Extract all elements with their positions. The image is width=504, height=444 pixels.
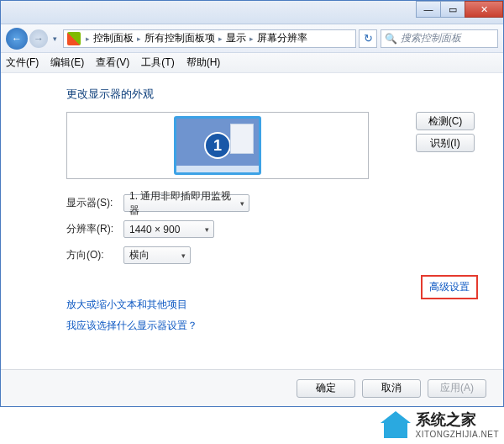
- resolution-label: 分辨率(R):: [66, 222, 123, 236]
- search-placeholder-text: 搜索控制面板: [401, 31, 461, 45]
- back-button[interactable]: ←: [6, 28, 28, 50]
- orientation-label: 方向(O):: [66, 248, 123, 262]
- caret-down-icon: ▾: [240, 199, 244, 208]
- breadcrumb-arrow-icon: ▸: [137, 34, 141, 43]
- refresh-icon: ↻: [364, 32, 373, 45]
- breadcrumb-segment[interactable]: 控制面板: [93, 31, 134, 45]
- display-preview-box[interactable]: 1: [66, 112, 369, 179]
- detect-button[interactable]: 检测(C): [416, 112, 475, 130]
- breadcrumb-segment[interactable]: 所有控制面板项: [144, 31, 215, 45]
- nav-toolbar: ← → ▾ ▸ 控制面板 ▸ 所有控制面板项 ▸ 显示 ▸ 屏幕分辨率 ↻ 🔍 …: [1, 24, 503, 53]
- breadcrumb-segment[interactable]: 屏幕分辨率: [257, 31, 307, 45]
- watermark-url: XITONGZHIJIA.NET: [416, 430, 500, 439]
- menu-help[interactable]: 帮助(H): [186, 56, 221, 70]
- control-panel-icon: [67, 32, 81, 45]
- display-select[interactable]: 1. 通用非即插即用监视器 ▾: [123, 194, 249, 212]
- apply-button[interactable]: 应用(A): [428, 379, 486, 398]
- breadcrumb-arrow-icon: ▸: [218, 34, 223, 43]
- close-button[interactable]: ✕: [465, 1, 503, 18]
- forward-button[interactable]: →: [29, 29, 48, 48]
- minimize-button[interactable]: —: [416, 1, 441, 18]
- display-row: 显示器(S): 1. 通用非即插即用监视器 ▾: [66, 194, 483, 212]
- caret-down-icon: ▾: [181, 251, 186, 260]
- advanced-settings-link[interactable]: 高级设置: [421, 275, 478, 299]
- footer-links: 放大或缩小文本和其他项目 我应该选择什么显示器设置？: [66, 298, 483, 333]
- monitor-number-badge: 1: [204, 132, 231, 159]
- preview-buttons: 检测(C) 识别(I): [416, 112, 475, 152]
- resolution-row: 分辨率(R): 1440 × 900 ▾: [66, 220, 483, 238]
- cancel-button[interactable]: 取消: [362, 379, 421, 398]
- control-panel-window: — ▭ ✕ ← → ▾ ▸ 控制面板 ▸ 所有控制面板项 ▸ 显示 ▸ 屏幕分辨…: [0, 0, 504, 407]
- display-select-value: 1. 通用非即插即用监视器: [129, 189, 234, 218]
- monitor-window-icon: [230, 124, 254, 154]
- ok-button[interactable]: 确定: [297, 379, 355, 398]
- display-help-link[interactable]: 我应该选择什么显示器设置？: [66, 319, 483, 333]
- monitor-taskbar-icon: [176, 166, 259, 172]
- display-preview-row: 1 检测(C) 识别(I): [66, 112, 475, 179]
- monitor-icon[interactable]: 1: [174, 116, 261, 175]
- content-area: 更改显示器的外观 1 检测(C) 识别(I) 显示器(S): 1. 通用非即插即…: [1, 73, 503, 369]
- search-input[interactable]: 🔍 搜索控制面板: [381, 29, 498, 48]
- menu-view[interactable]: 查看(V): [96, 56, 129, 70]
- watermark-name: 系统之家: [416, 410, 500, 430]
- maximize-button[interactable]: ▭: [440, 1, 465, 18]
- resolution-select-value: 1440 × 900: [129, 224, 180, 235]
- menu-tools[interactable]: 工具(T): [141, 56, 174, 70]
- page-title: 更改显示器的外观: [66, 87, 483, 102]
- menu-edit[interactable]: 编辑(E): [50, 56, 84, 70]
- address-bar[interactable]: ▸ 控制面板 ▸ 所有控制面板项 ▸ 显示 ▸ 屏幕分辨率: [63, 29, 356, 48]
- breadcrumb-arrow-icon: ▸: [249, 34, 254, 43]
- orientation-select[interactable]: 横向 ▾: [123, 246, 191, 264]
- back-arrow-icon: ←: [12, 33, 22, 45]
- history-dropdown[interactable]: ▾: [50, 34, 60, 43]
- titlebar[interactable]: — ▭ ✕: [1, 1, 503, 24]
- settings-form: 显示器(S): 1. 通用非即插即用监视器 ▾ 分辨率(R): 1440 × 9…: [66, 194, 483, 264]
- breadcrumb-segment[interactable]: 显示: [226, 31, 246, 45]
- watermark-logo-icon: [381, 411, 411, 438]
- identify-button[interactable]: 识别(I): [416, 134, 475, 152]
- orientation-row: 方向(O): 横向 ▾: [66, 246, 483, 264]
- watermark: 系统之家 XITONGZHIJIA.NET: [381, 410, 500, 439]
- resolution-select[interactable]: 1440 × 900 ▾: [123, 220, 214, 238]
- caret-down-icon: ▾: [205, 225, 209, 234]
- orientation-select-value: 横向: [129, 248, 150, 262]
- forward-arrow-icon: →: [34, 33, 44, 45]
- search-icon: 🔍: [385, 33, 397, 45]
- menu-bar: 文件(F) 编辑(E) 查看(V) 工具(T) 帮助(H): [1, 53, 503, 73]
- bottom-button-bar: 确定 取消 应用(A): [1, 369, 503, 406]
- refresh-button[interactable]: ↻: [359, 29, 377, 48]
- menu-file[interactable]: 文件(F): [6, 56, 39, 70]
- text-size-link[interactable]: 放大或缩小文本和其他项目: [66, 298, 483, 312]
- display-label: 显示器(S):: [66, 196, 123, 210]
- window-controls: — ▭ ✕: [417, 1, 503, 18]
- breadcrumb-arrow-icon: ▸: [86, 34, 90, 43]
